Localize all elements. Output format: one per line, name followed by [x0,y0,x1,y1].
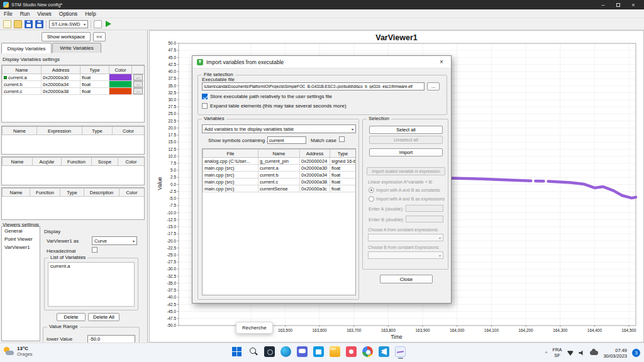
color-swatch[interactable] [109,81,132,88]
column-header[interactable]: Description [84,189,119,197]
expressions-radio[interactable] [369,196,374,202]
menu-views[interactable]: Views [33,11,55,17]
variable-list-item[interactable]: current.a [48,263,134,270]
row-options-button[interactable]: ... [133,74,143,80]
save-as-icon[interactable] [35,20,43,28]
log-file-icon[interactable] [94,20,102,28]
start-acquisition-icon[interactable] [106,21,111,27]
minimize-button[interactable]: – [596,0,611,9]
color-swatch[interactable] [109,88,132,95]
taskbar-start-icon[interactable] [231,346,242,357]
column-header[interactable]: Color [118,158,145,166]
delete-button[interactable]: Delete [57,313,86,321]
column-header[interactable]: Name [3,189,30,197]
collapse-panel-button[interactable]: << [93,32,106,41]
menu-options[interactable]: Options [55,11,81,17]
symbol-row[interactable]: main.cpp (src)current.b0x20000a34float [203,172,356,178]
store-path-checkbox[interactable] [202,94,208,99]
choose-a-dropdown[interactable]: ▾ [368,234,443,241]
column-header[interactable]: Type [330,150,356,158]
select-all-button[interactable]: Select all [369,126,443,134]
column-header[interactable]: Expression [37,127,82,135]
taskbar-store-icon[interactable] [313,346,324,357]
save-icon[interactable] [25,20,33,28]
tab-display-variables[interactable]: Display Variables [1,43,52,53]
close-button[interactable]: × [626,0,641,9]
row-options-button[interactable]: ... [133,88,143,94]
taskbar-file-explorer-icon[interactable] [330,346,340,357]
symbol-row[interactable]: analog.cpp (C:\User...g_current_pin0x200… [203,158,356,165]
unselect-all-button[interactable]: Unselect all [369,136,443,144]
symbol-row[interactable]: main.cpp (src)currentSense0x20000a3cfloa… [203,185,356,192]
column-header[interactable]: Name [3,158,33,166]
taskbar-stm32cubemx-icon[interactable] [346,346,357,357]
column-header[interactable]: Type [60,189,84,197]
column-header[interactable]: Function [30,189,60,197]
viewer-as-dropdown[interactable]: Curve ▾ [92,236,137,245]
executable-path-input[interactable] [202,82,425,90]
onedrive-cloud-icon[interactable] [590,351,598,355]
match-case-checkbox[interactable] [339,136,345,142]
column-header[interactable]: Color [113,127,145,135]
column-header[interactable]: File [203,150,258,158]
column-header[interactable]: Type [82,127,113,135]
variable-row[interactable]: current.c0x20000a38float... [3,88,145,95]
show-workspace-button[interactable]: Show workspace [42,32,91,41]
column-header[interactable]: Type [80,66,109,74]
probe-selector-dropdown[interactable]: ST-Link-SWD ▾ [49,20,88,28]
constants-radio[interactable] [369,187,374,193]
hidden-icons-chevron[interactable]: ^ [545,350,548,356]
volume-icon[interactable] [579,350,585,356]
column-header[interactable]: Color [119,189,145,197]
browse-button[interactable]: ... [427,82,440,90]
taskbar-stm-studio-icon[interactable] [395,346,406,357]
viewers-nav-item-general[interactable]: General [2,227,40,235]
column-header[interactable]: Name [3,127,37,135]
column-header[interactable] [132,66,145,74]
menu-help[interactable]: Help [81,11,99,17]
column-header[interactable]: Color [109,66,132,74]
taskbar-teams-chat-icon[interactable] [297,346,308,357]
menu-run[interactable]: Run [16,11,34,17]
hexadecimal-checkbox[interactable] [92,247,97,253]
column-header[interactable]: Scope [92,158,118,166]
symbol-filter-input[interactable] [267,136,306,144]
choose-b-dropdown[interactable]: ▾ [368,251,443,259]
menu-file[interactable]: File [0,11,16,17]
maximize-button[interactable] [611,0,626,9]
column-header[interactable]: Name [258,150,300,158]
viewers-nav-item-varviewer1[interactable]: VarViewer1 [2,243,40,251]
symbol-row[interactable]: main.cpp (src)current.a0x20000a30float [203,165,356,172]
symbol-row[interactable]: main.cpp (src)current.c0x20000a38float [203,178,356,185]
variable-row[interactable]: current.a0x20000a30float... [3,74,145,81]
viewers-nav-item-point-viewer[interactable]: Point Viewer [2,235,40,243]
open-config-icon[interactable] [14,20,22,28]
import-button[interactable]: Import [369,148,443,156]
import-scaled-button[interactable]: Import scaled variable in expression [367,167,445,175]
new-config-icon[interactable] [3,20,11,28]
enter-a-input[interactable] [406,205,443,212]
column-header[interactable]: Name [3,66,42,74]
language-indicator[interactable]: FRA SF [552,348,562,358]
row-options-button[interactable]: ... [133,81,143,87]
taskbar-vscode-icon[interactable] [379,346,389,357]
add-mode-dropdown[interactable]: Add variables to the display variables t… [202,124,356,133]
lower-value-input[interactable] [87,335,135,343]
variable-row[interactable]: current.b0x20000a34float... [3,81,145,88]
wifi-icon[interactable] [567,350,574,356]
taskbar-search-icon[interactable] [248,346,258,357]
column-header[interactable]: Function [62,158,92,166]
column-header[interactable]: AcqVar [33,158,62,166]
dialog-close-icon[interactable]: × [436,58,447,65]
weather-widget[interactable]: 13°C Orages [4,346,33,357]
delete-all-button[interactable]: Delete All [88,313,119,321]
notification-badge[interactable]: 3 [632,349,640,357]
enter-b-input[interactable] [406,216,443,222]
color-swatch[interactable] [109,74,132,81]
column-header[interactable]: Address [42,66,80,74]
clock[interactable]: 07:49 30/03/2023 [603,348,627,359]
dialog-titlebar[interactable]: Import variables from executable × [192,56,451,69]
taskbar-steam-icon[interactable] [264,346,275,357]
taskbar-edge-icon[interactable] [280,346,291,357]
taskbar-chrome-icon[interactable] [362,346,373,357]
